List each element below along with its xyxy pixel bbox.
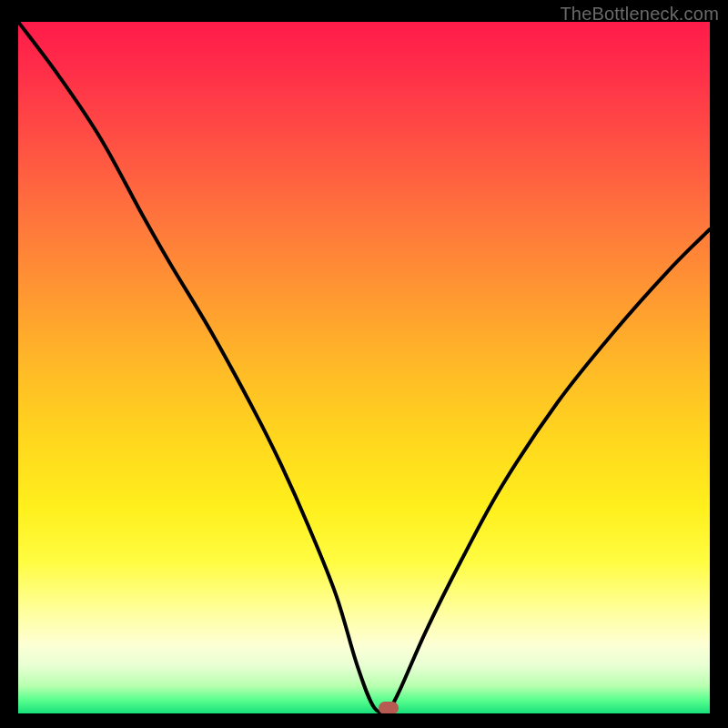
chart-stage: TheBottleneck.com bbox=[0, 0, 728, 728]
plot-area bbox=[18, 22, 710, 713]
bottleneck-curve bbox=[18, 22, 710, 713]
watermark-text: TheBottleneck.com bbox=[560, 4, 719, 25]
optimal-point-marker bbox=[379, 702, 399, 713]
plot-frame bbox=[18, 22, 710, 713]
